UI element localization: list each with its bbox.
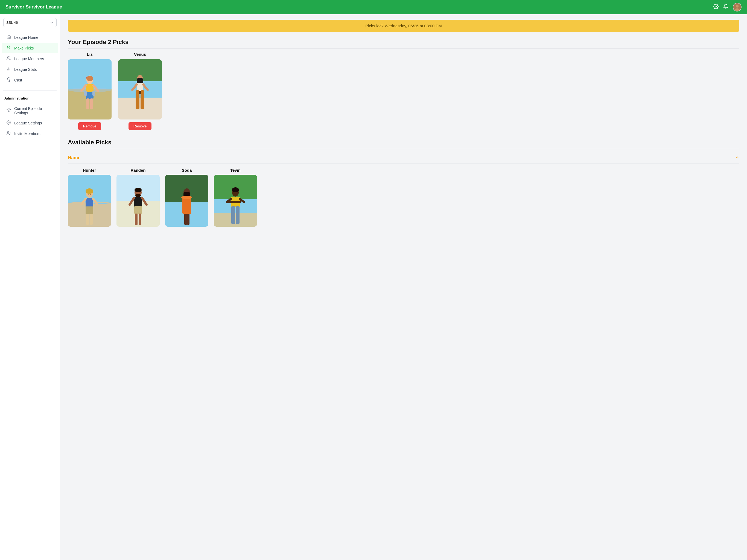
available-image-randen <box>117 175 160 227</box>
svg-point-71 <box>232 187 239 192</box>
available-name-hunter: Hunter <box>83 168 96 173</box>
sidebar-item-label: League Stats <box>14 67 37 72</box>
pick-name-liz: Liz <box>87 52 93 57</box>
available-image-tevin <box>214 175 257 227</box>
svg-rect-73 <box>231 206 235 224</box>
nav-divider <box>3 91 57 91</box>
svg-point-51 <box>134 188 141 192</box>
picks-lock-banner: Picks lock Wednesday, 06/26 at 08:00 PM <box>68 20 739 32</box>
svg-rect-25 <box>90 98 93 109</box>
svg-rect-66 <box>187 214 189 225</box>
available-card-tevin: Tevin <box>214 168 257 227</box>
pick-image-venus <box>118 59 162 120</box>
sidebar-item-label: Cast <box>14 78 22 82</box>
app-title: Survivor Survivor League <box>5 4 62 10</box>
layout: SSL 46 League Home <box>0 14 747 560</box>
svg-rect-30 <box>118 98 162 120</box>
svg-rect-44 <box>86 214 89 225</box>
bar-chart-icon <box>6 67 11 72</box>
svg-rect-63 <box>182 197 191 214</box>
nav-section: League Home Make Picks <box>0 30 60 88</box>
svg-rect-34 <box>136 90 139 109</box>
svg-point-2 <box>736 5 739 8</box>
season-selector[interactable]: SSL 46 <box>3 18 57 27</box>
sidebar-item-label: Make Picks <box>14 46 34 50</box>
admin-nav-section: Current Episode Settings League Settings <box>0 101 60 142</box>
pick-card-liz: Liz <box>68 52 111 130</box>
main-content: Picks lock Wednesday, 06/26 at 08:00 PM … <box>60 14 747 560</box>
person-add-icon <box>6 131 11 136</box>
svg-rect-56 <box>138 213 141 225</box>
users-icon <box>6 56 11 61</box>
picks-lock-text: Picks lock Wednesday, 06/26 at 08:00 PM <box>365 24 442 28</box>
svg-rect-74 <box>236 206 239 224</box>
season-label: SSL 46 <box>6 21 18 25</box>
tribe-divider <box>68 163 739 163</box>
available-name-randen: Randen <box>130 168 146 173</box>
sidebar-item-invite-members[interactable]: Invite Members <box>2 128 58 139</box>
user-avatar[interactable] <box>733 3 742 11</box>
svg-rect-53 <box>134 197 142 207</box>
svg-rect-35 <box>140 90 145 109</box>
remove-liz-button[interactable]: Remove <box>78 122 101 130</box>
available-card-randen: Randen <box>117 168 160 227</box>
svg-point-4 <box>7 57 9 58</box>
svg-rect-23 <box>93 91 95 96</box>
svg-point-8 <box>7 78 10 80</box>
pick-image-liz <box>68 59 111 120</box>
available-picks-title: Available Picks <box>68 139 739 149</box>
svg-point-41 <box>85 188 93 194</box>
header-actions <box>713 3 742 11</box>
sidebar-item-cast[interactable]: Cast <box>2 75 58 85</box>
sidebar-item-label: Current Episode Settings <box>14 106 54 115</box>
tribe-header-nami[interactable]: Nami <box>68 152 739 163</box>
svg-rect-54 <box>134 206 142 214</box>
sidebar-item-league-home[interactable]: League Home <box>2 32 58 43</box>
remove-venus-button[interactable]: Remove <box>129 122 152 130</box>
available-name-soda: Soda <box>182 168 192 173</box>
svg-point-11 <box>7 131 9 133</box>
tribe-name-nami: Nami <box>68 155 79 160</box>
sidebar-item-label: Invite Members <box>14 131 41 136</box>
sidebar-item-league-stats[interactable]: League Stats <box>2 64 58 75</box>
svg-rect-21 <box>86 92 94 99</box>
gear-icon <box>6 120 11 126</box>
sidebar-item-league-members[interactable]: League Members <box>2 54 58 64</box>
sidebar-item-league-settings[interactable]: League Settings <box>2 118 58 128</box>
available-image-soda <box>165 175 208 227</box>
svg-rect-22 <box>84 91 87 96</box>
svg-point-10 <box>8 122 9 123</box>
pick-name-venus: Venus <box>134 52 146 57</box>
tribe-chevron-icon <box>735 155 739 160</box>
pick-card-venus: Venus <box>118 52 162 130</box>
sidebar-item-label: League Settings <box>14 121 42 125</box>
settings-icon[interactable] <box>713 4 719 11</box>
svg-rect-69 <box>214 213 257 227</box>
svg-rect-20 <box>86 84 94 93</box>
chevron-down-icon <box>50 21 54 25</box>
award-icon <box>6 77 11 83</box>
svg-point-0 <box>715 6 717 7</box>
svg-rect-43 <box>85 206 93 214</box>
svg-rect-24 <box>86 98 89 109</box>
svg-rect-55 <box>135 213 137 225</box>
svg-point-64 <box>181 196 192 199</box>
svg-rect-65 <box>184 214 187 225</box>
app-header: Survivor Survivor League <box>0 0 747 14</box>
available-image-hunter <box>68 175 111 227</box>
sidebar: SSL 46 League Home <box>0 14 60 560</box>
sidebar-item-label: League Home <box>14 35 38 40</box>
svg-rect-45 <box>90 214 93 225</box>
bell-icon[interactable] <box>723 4 728 11</box>
sidebar-item-label: League Members <box>14 57 44 61</box>
svg-rect-42 <box>85 198 93 207</box>
available-card-hunter: Hunter <box>68 168 111 227</box>
admin-section-label: Administration <box>0 94 60 101</box>
fire-icon <box>6 45 11 51</box>
home-icon <box>6 35 11 40</box>
available-picks-grid-nami: Hunter <box>68 168 739 227</box>
sidebar-item-current-episode-settings[interactable]: Current Episode Settings <box>2 104 58 118</box>
your-picks-row: Liz <box>68 52 739 130</box>
sidebar-item-make-picks[interactable]: Make Picks <box>2 43 58 53</box>
available-card-soda: Soda <box>165 168 208 227</box>
